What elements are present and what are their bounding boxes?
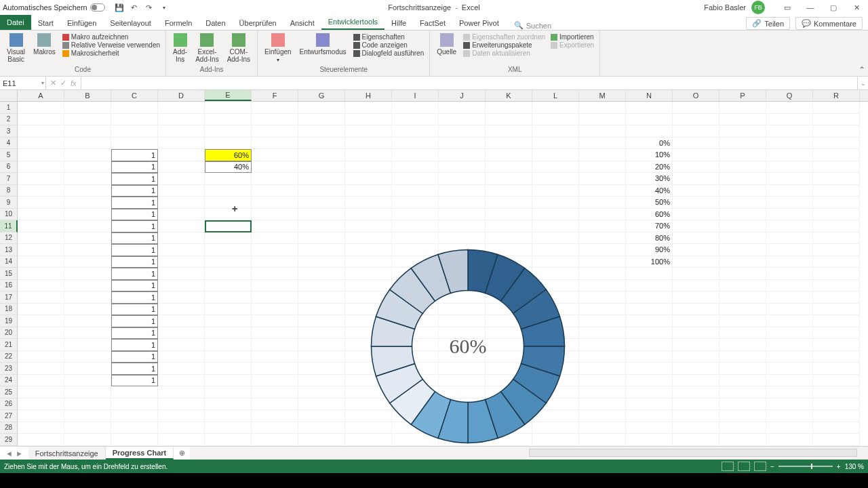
- cell-E14[interactable]: [205, 256, 252, 268]
- cell-C9[interactable]: 1: [111, 197, 158, 209]
- importieren-button[interactable]: Importieren: [551, 33, 594, 41]
- cell-F3[interactable]: [252, 125, 298, 138]
- cell-J3[interactable]: [439, 125, 486, 138]
- prev-sheet-icon[interactable]: ◄: [5, 449, 13, 458]
- zuordnungen-button[interactable]: Eigenschaften zuordnen: [463, 33, 545, 41]
- row-header-21[interactable]: 21: [0, 339, 18, 351]
- name-box[interactable]: E11 ▾: [0, 77, 46, 89]
- cell-P7[interactable]: [719, 173, 766, 185]
- cell-H7[interactable]: [345, 173, 392, 185]
- cell-L10[interactable]: [532, 209, 579, 221]
- col-header-I[interactable]: I: [392, 90, 439, 101]
- cell-O6[interactable]: [673, 161, 719, 174]
- cell-L9[interactable]: [532, 197, 579, 209]
- cell-O9[interactable]: [673, 197, 719, 209]
- cell-Q23[interactable]: [766, 363, 813, 375]
- cell-R11[interactable]: [813, 220, 860, 232]
- cell-O15[interactable]: [673, 268, 719, 280]
- cell-Q13[interactable]: [766, 244, 813, 256]
- cell-L1[interactable]: [532, 102, 579, 114]
- cell-M13[interactable]: [579, 244, 626, 256]
- col-header-H[interactable]: H: [345, 90, 392, 101]
- cell-A15[interactable]: [18, 268, 64, 280]
- cell-M3[interactable]: [579, 125, 626, 138]
- cell-F28[interactable]: [252, 422, 298, 434]
- cell-F24[interactable]: [252, 375, 298, 387]
- cell-C13[interactable]: 1: [111, 244, 158, 256]
- row-header-27[interactable]: 27: [0, 410, 18, 422]
- cell-M23[interactable]: [579, 363, 626, 375]
- cell-C14[interactable]: 1: [111, 256, 158, 268]
- cell-D3[interactable]: [158, 125, 205, 138]
- cell-N27[interactable]: [626, 410, 673, 422]
- cell-P23[interactable]: [719, 363, 766, 375]
- tab-entwicklertools[interactable]: Entwicklertools: [321, 15, 384, 30]
- cell-P22[interactable]: [719, 351, 766, 363]
- zoom-out-icon[interactable]: −: [770, 463, 774, 470]
- cell-E16[interactable]: [205, 280, 252, 292]
- cell-F22[interactable]: [252, 351, 298, 363]
- cell-P6[interactable]: [719, 161, 766, 174]
- cell-F5[interactable]: [252, 149, 298, 161]
- tab-file[interactable]: Datei: [0, 15, 31, 30]
- cell-A2[interactable]: [18, 114, 64, 126]
- cell-P11[interactable]: [719, 220, 766, 232]
- cell-H2[interactable]: [345, 114, 392, 126]
- cell-E26[interactable]: [205, 399, 252, 411]
- cell-M25[interactable]: [579, 386, 626, 399]
- col-header-C[interactable]: C: [111, 90, 158, 101]
- cell-O29[interactable]: [673, 434, 719, 446]
- cell-B28[interactable]: [64, 422, 111, 434]
- cancel-formula-icon[interactable]: ✕: [50, 79, 56, 87]
- cell-R16[interactable]: [813, 280, 860, 292]
- cell-F9[interactable]: [252, 197, 298, 209]
- row-header-25[interactable]: 25: [0, 386, 18, 399]
- cell-E19[interactable]: [205, 315, 252, 327]
- cell-B8[interactable]: [64, 185, 111, 197]
- row-header-13[interactable]: 13: [0, 244, 18, 256]
- cell-E27[interactable]: [205, 410, 252, 422]
- cell-C25[interactable]: [111, 386, 158, 399]
- cell-Q14[interactable]: [766, 256, 813, 268]
- cell-A22[interactable]: [18, 351, 64, 363]
- cell-D6[interactable]: [158, 161, 205, 174]
- col-header-K[interactable]: K: [486, 90, 532, 101]
- cell-N1[interactable]: [626, 102, 673, 114]
- row-header-20[interactable]: 20: [0, 327, 18, 340]
- cell-O10[interactable]: [673, 209, 719, 221]
- cell-P5[interactable]: [719, 149, 766, 161]
- cell-E11[interactable]: [205, 220, 252, 232]
- cell-M2[interactable]: [579, 114, 626, 126]
- cell-N13[interactable]: 90%: [626, 244, 673, 256]
- collapse-ribbon-icon[interactable]: ⌃: [859, 65, 865, 75]
- cell-L11[interactable]: [532, 220, 579, 232]
- col-header-L[interactable]: L: [532, 90, 579, 101]
- undo-icon[interactable]: ↶: [130, 3, 139, 12]
- cell-P2[interactable]: [719, 114, 766, 126]
- cell-M29[interactable]: [579, 434, 626, 446]
- col-header-E[interactable]: E: [205, 90, 252, 101]
- cell-F16[interactable]: [252, 280, 298, 292]
- zoom-slider[interactable]: [778, 466, 833, 467]
- cell-N11[interactable]: 70%: [626, 220, 673, 232]
- makro-aufzeichnen[interactable]: Makro aufzeichnen: [62, 33, 160, 41]
- cell-M16[interactable]: [579, 280, 626, 292]
- col-header-A[interactable]: A: [18, 90, 64, 101]
- cell-P27[interactable]: [719, 410, 766, 422]
- cell-R15[interactable]: [813, 268, 860, 280]
- dialogfeld-button[interactable]: Dialogfeld ausführen: [353, 49, 425, 57]
- col-header-O[interactable]: O: [673, 90, 719, 101]
- cell-J4[interactable]: [439, 138, 486, 150]
- add-sheet-button[interactable]: ⊕: [174, 447, 190, 460]
- cell-E6[interactable]: 40%: [205, 161, 252, 174]
- ribbon-display-icon[interactable]: ▭: [776, 0, 799, 15]
- cell-P16[interactable]: [719, 280, 766, 292]
- cell-F26[interactable]: [252, 399, 298, 411]
- row-header-6[interactable]: 6: [0, 161, 18, 174]
- cell-B27[interactable]: [64, 410, 111, 422]
- row-header-17[interactable]: 17: [0, 291, 18, 304]
- tab-einfuegen[interactable]: Einfügen: [60, 16, 103, 30]
- cell-P24[interactable]: [719, 375, 766, 387]
- tab-factset[interactable]: FactSet: [413, 16, 452, 30]
- eigenschaften-button[interactable]: Eigenschaften: [353, 33, 425, 41]
